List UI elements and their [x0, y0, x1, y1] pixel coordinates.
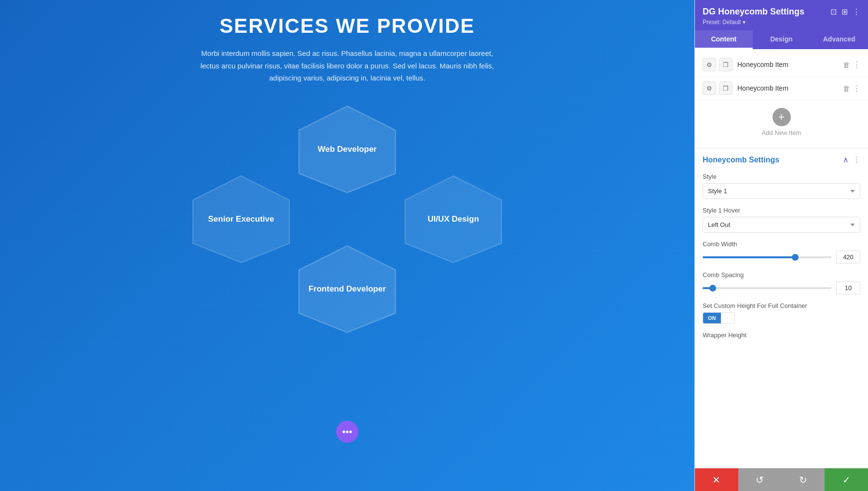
cancel-button[interactable]: ✕: [695, 468, 738, 491]
page-description: Morbi interdum mollis sapien. Sed ac ris…: [198, 47, 497, 84]
panel-tabs: Content Design Advanced: [695, 30, 868, 49]
item-2-controls: ⚙ ❐: [703, 81, 732, 95]
honeycomb-item-1: ⚙ ❐ Honeycomb Item 🗑 ⋮: [695, 53, 868, 77]
settings-panel: DG Honeycomb Settings ⊡ ⊞ ⋮ Preset: Defa…: [694, 0, 868, 491]
comb-width-slider-row: [703, 251, 860, 264]
undo-icon: ↺: [756, 474, 764, 486]
gear-icon-2: ⚙: [706, 85, 712, 92]
style-select[interactable]: Style 1 Style 2 Style 3: [703, 183, 860, 199]
cancel-icon: ✕: [712, 474, 720, 486]
comb-width-thumb[interactable]: [792, 254, 799, 261]
panel-more-icon[interactable]: ⋮: [853, 7, 860, 16]
style1-hover-select[interactable]: Left Out Right Out Top Out Bottom Out: [703, 217, 860, 233]
hex-mid-right[interactable]: UI/UX Design: [400, 173, 506, 265]
custom-height-setting: Set Custom Height For Full Container ON: [695, 298, 868, 328]
comb-width-label: Comb Width: [703, 240, 860, 248]
panel-preset[interactable]: Preset: Default ▾: [703, 19, 860, 26]
fab-menu-button[interactable]: •••: [336, 421, 358, 443]
save-icon: ✓: [842, 474, 851, 486]
hex-mid-left[interactable]: Senior Executive: [188, 173, 294, 265]
wrapper-height-label: Wrapper Height: [703, 332, 860, 339]
item-2-actions: 🗑 ⋮: [843, 84, 860, 93]
bottom-bar: ✕ ↺ ↻ ✓: [695, 468, 868, 491]
canvas-area: SERVICES WE PROVIDE Morbi interdum molli…: [0, 0, 694, 491]
fab-dots-icon: •••: [342, 427, 352, 437]
section-header: Honeycomb Settings ∧ ⋮: [695, 148, 868, 169]
style-setting: Style Style 1 Style 2 Style 3: [695, 169, 868, 203]
redo-button[interactable]: ↻: [782, 468, 825, 491]
toggle-on-label: ON: [703, 313, 721, 323]
item-1-delete-icon[interactable]: 🗑: [843, 61, 850, 69]
comb-spacing-setting: Comb Spacing: [695, 267, 868, 298]
style1-hover-setting: Style 1 Hover Left Out Right Out Top Out…: [695, 203, 868, 237]
panel-header-icons: ⊡ ⊞ ⋮: [830, 7, 860, 16]
custom-height-label: Set Custom Height For Full Container: [703, 302, 860, 309]
section-more-icon[interactable]: ⋮: [853, 155, 860, 164]
custom-height-toggle: ON: [703, 312, 860, 324]
add-new-label: Add New Item: [762, 129, 801, 136]
tab-advanced[interactable]: Advanced: [810, 30, 868, 49]
page-title: SERVICES WE PROVIDE: [219, 14, 475, 38]
honeycomb-item-2: ⚙ ❐ Honeycomb Item 🗑 ⋮: [695, 77, 868, 100]
comb-width-setting: Comb Width: [695, 237, 868, 267]
tab-content[interactable]: Content: [695, 30, 753, 49]
wrapper-height-setting: Wrapper Height: [695, 328, 868, 345]
panel-title: DG Honeycomb Settings: [703, 7, 804, 17]
comb-spacing-label: Comb Spacing: [703, 271, 860, 279]
add-new-circle: +: [773, 108, 791, 126]
comb-spacing-slider-row: [703, 281, 860, 294]
copy-icon: ❐: [723, 61, 729, 68]
hex-bottom-label: Frontend Developer: [304, 279, 391, 299]
honeycomb-items-list: ⚙ ❐ Honeycomb Item 🗑 ⋮ ⚙: [695, 49, 868, 148]
comb-spacing-track[interactable]: [703, 287, 831, 289]
toggle-button[interactable]: ON: [703, 312, 735, 324]
add-new-item-button[interactable]: + Add New Item: [695, 100, 868, 144]
item-2-copy-icon[interactable]: ❐: [719, 81, 732, 95]
hex-top[interactable]: Web Developer: [294, 104, 400, 195]
comb-width-input[interactable]: [836, 251, 860, 264]
item-2-more-icon[interactable]: ⋮: [853, 84, 860, 93]
panel-body: ⚙ ❐ Honeycomb Item 🗑 ⋮ ⚙: [695, 49, 868, 468]
item-2-delete-icon[interactable]: 🗑: [843, 84, 850, 93]
hex-top-label: Web Developer: [313, 140, 382, 159]
save-button[interactable]: ✓: [825, 468, 868, 491]
item-1-copy-icon[interactable]: ❐: [719, 58, 732, 71]
item-2-settings-icon[interactable]: ⚙: [703, 81, 716, 95]
panel-screen-icon[interactable]: ⊡: [830, 7, 837, 16]
plus-icon: +: [778, 112, 785, 122]
style-label: Style: [703, 173, 860, 180]
honeycomb-area: Web Developer Senior Executive UI/UX Des…: [0, 99, 694, 491]
section-header-icons: ∧ ⋮: [843, 155, 860, 164]
hex-bottom[interactable]: Frontend Developer: [294, 243, 400, 335]
comb-width-fill: [703, 256, 795, 258]
gear-icon: ⚙: [706, 61, 712, 68]
style1-hover-label: Style 1 Hover: [703, 207, 860, 214]
panel-layout-icon[interactable]: ⊞: [841, 7, 848, 16]
hex-mid-left-label: Senior Executive: [203, 210, 279, 229]
item-1-controls: ⚙ ❐: [703, 58, 732, 71]
undo-button[interactable]: ↺: [738, 468, 782, 491]
panel-header: DG Honeycomb Settings ⊡ ⊞ ⋮ Preset: Defa…: [695, 0, 868, 30]
comb-spacing-thumb[interactable]: [709, 285, 716, 292]
hex-mid-right-label: UI/UX Design: [423, 210, 484, 229]
copy-icon-2: ❐: [723, 85, 729, 92]
toggle-off-area: [721, 316, 734, 320]
section-collapse-icon[interactable]: ∧: [843, 155, 849, 164]
item-2-label: Honeycomb Item: [737, 84, 838, 92]
comb-width-track[interactable]: [703, 256, 831, 258]
item-1-actions: 🗑 ⋮: [843, 60, 860, 69]
redo-icon: ↻: [799, 474, 807, 486]
tab-design[interactable]: Design: [753, 30, 811, 49]
item-1-more-icon[interactable]: ⋮: [853, 60, 860, 69]
item-1-label: Honeycomb Item: [737, 61, 838, 68]
comb-spacing-input[interactable]: [836, 281, 860, 294]
item-1-settings-icon[interactable]: ⚙: [703, 58, 716, 71]
section-title: Honeycomb Settings: [703, 156, 779, 164]
